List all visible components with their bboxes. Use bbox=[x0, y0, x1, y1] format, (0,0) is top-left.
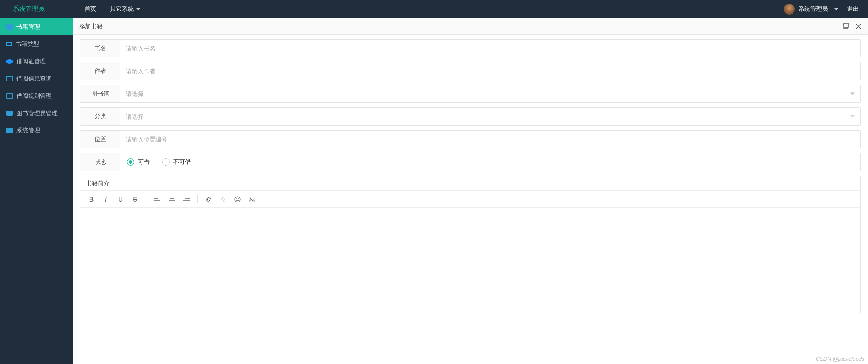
select-library-display[interactable] bbox=[120, 85, 860, 102]
close-button[interactable] bbox=[855, 23, 862, 30]
svg-point-4 bbox=[238, 198, 239, 199]
user-dropdown[interactable]: 系统管理员 bbox=[784, 4, 838, 15]
toolbar-separator bbox=[146, 195, 146, 203]
nav-home-text: 首页 bbox=[85, 5, 96, 13]
radio-unavailable[interactable]: 不可借 bbox=[162, 158, 191, 166]
watermark: CSDN @pastclouds bbox=[816, 356, 864, 362]
unlink-button[interactable] bbox=[217, 193, 229, 206]
page-title: 添加书籍 bbox=[79, 22, 103, 30]
emoji-button[interactable] bbox=[231, 193, 244, 206]
maximize-button[interactable] bbox=[843, 23, 849, 30]
file-icon bbox=[6, 93, 13, 99]
label-author: 作者 bbox=[80, 62, 120, 80]
input-position[interactable] bbox=[120, 131, 860, 148]
svg-point-3 bbox=[236, 198, 237, 199]
sidebar-item-card-mgmt[interactable]: 借阅证管理 bbox=[0, 53, 73, 70]
top-header: 系统管理员 首页 其它系统 系统管理员 退出 bbox=[0, 0, 868, 18]
logout-button[interactable]: 退出 bbox=[847, 5, 859, 13]
italic-button[interactable]: I bbox=[100, 193, 112, 206]
chevron-down-icon bbox=[136, 8, 140, 10]
editor-header: 书籍简介 bbox=[80, 176, 860, 191]
svg-point-6 bbox=[250, 197, 251, 198]
main-panel: 添加书籍 书名 作者 图书馆 bbox=[73, 18, 868, 364]
emoji-icon bbox=[234, 196, 241, 202]
user-name: 系统管理员 bbox=[798, 5, 828, 13]
strike-button[interactable]: S bbox=[129, 193, 141, 206]
label-name: 书名 bbox=[80, 40, 120, 57]
monitor-icon bbox=[6, 76, 13, 81]
link-button[interactable] bbox=[202, 193, 215, 206]
field-category: 分类 bbox=[80, 107, 861, 126]
radio-available-label: 可借 bbox=[138, 158, 150, 166]
close-icon bbox=[856, 24, 861, 29]
sidebar-item-system[interactable]: 系统管理 bbox=[0, 122, 73, 139]
toolbar-separator bbox=[197, 195, 198, 203]
label-library: 图书馆 bbox=[80, 85, 120, 102]
chevron-down-icon bbox=[834, 8, 838, 10]
sidebar-item-borrow-query[interactable]: 借阅信息查询 bbox=[0, 70, 73, 87]
align-right-icon bbox=[183, 197, 190, 202]
radio-icon bbox=[127, 158, 134, 166]
input-author[interactable] bbox=[120, 62, 860, 80]
label-status: 状态 bbox=[80, 153, 120, 171]
align-center-button[interactable] bbox=[165, 193, 178, 206]
nav-other-systems[interactable]: 其它系统 bbox=[110, 5, 140, 13]
field-position: 位置 bbox=[80, 130, 861, 148]
unlink-icon bbox=[220, 196, 226, 202]
editor-toolbar: B I U S bbox=[80, 191, 860, 208]
book-icon bbox=[6, 24, 13, 30]
align-left-button[interactable] bbox=[151, 193, 164, 206]
sidebar-item-label: 借阅信息查询 bbox=[16, 75, 52, 83]
radio-icon bbox=[162, 158, 170, 166]
calendar-icon bbox=[6, 42, 12, 46]
strike-icon: S bbox=[133, 196, 137, 203]
avatar bbox=[784, 4, 795, 15]
bold-button[interactable]: B bbox=[85, 193, 98, 206]
maximize-icon bbox=[843, 23, 849, 30]
select-library[interactable] bbox=[120, 85, 860, 102]
sidebar-item-label: 借阅证管理 bbox=[16, 57, 46, 66]
header-right: 系统管理员 退出 bbox=[784, 4, 859, 15]
svg-rect-5 bbox=[249, 197, 255, 202]
link-icon bbox=[205, 196, 212, 202]
align-center-icon bbox=[169, 197, 175, 202]
italic-icon: I bbox=[105, 196, 107, 203]
underline-button[interactable]: U bbox=[114, 193, 127, 206]
sidebar-item-label: 书籍类型 bbox=[15, 40, 39, 48]
underline-icon: U bbox=[118, 196, 123, 203]
sidebar: 书籍管理 书籍类型 借阅证管理 借阅信息查询 借阅规则管理 图书管理员管理 系统… bbox=[0, 18, 73, 364]
editor: 书籍简介 B I U S bbox=[80, 176, 861, 313]
image-icon bbox=[249, 197, 255, 202]
windows-icon bbox=[6, 128, 13, 133]
chevron-down-icon bbox=[850, 93, 855, 95]
image-button[interactable] bbox=[246, 193, 259, 206]
editor-content[interactable] bbox=[80, 208, 860, 313]
users-icon bbox=[6, 111, 13, 116]
radio-unavailable-label: 不可借 bbox=[173, 158, 191, 166]
align-right-button[interactable] bbox=[180, 193, 193, 206]
bold-icon: B bbox=[89, 196, 94, 203]
field-author: 作者 bbox=[80, 62, 861, 80]
svg-point-2 bbox=[235, 197, 240, 202]
svg-rect-1 bbox=[844, 23, 848, 27]
sidebar-item-librarians[interactable]: 图书管理员管理 bbox=[0, 105, 73, 122]
label-position: 位置 bbox=[80, 131, 120, 148]
form-area: 书名 作者 图书馆 分类 位 bbox=[73, 35, 868, 176]
page-header: 添加书籍 bbox=[73, 18, 868, 35]
layers-icon bbox=[6, 59, 13, 64]
field-name: 书名 bbox=[80, 39, 861, 57]
select-category-display[interactable] bbox=[120, 108, 860, 125]
sidebar-item-label: 图书管理员管理 bbox=[16, 109, 58, 117]
sidebar-item-books[interactable]: 书籍管理 bbox=[0, 18, 73, 35]
sidebar-item-borrow-rules[interactable]: 借阅规则管理 bbox=[0, 87, 73, 105]
sidebar-item-book-types[interactable]: 书籍类型 bbox=[0, 35, 73, 53]
select-category[interactable] bbox=[120, 108, 860, 125]
field-status: 状态 可借 不可借 bbox=[80, 153, 861, 171]
radio-available[interactable]: 可借 bbox=[127, 158, 150, 166]
nav-home[interactable]: 首页 bbox=[85, 5, 96, 13]
sidebar-item-label: 借阅规则管理 bbox=[16, 92, 52, 100]
input-name[interactable] bbox=[120, 40, 860, 57]
brand-label: 系统管理员 bbox=[9, 5, 48, 13]
label-category: 分类 bbox=[80, 108, 120, 125]
align-left-icon bbox=[154, 197, 160, 202]
